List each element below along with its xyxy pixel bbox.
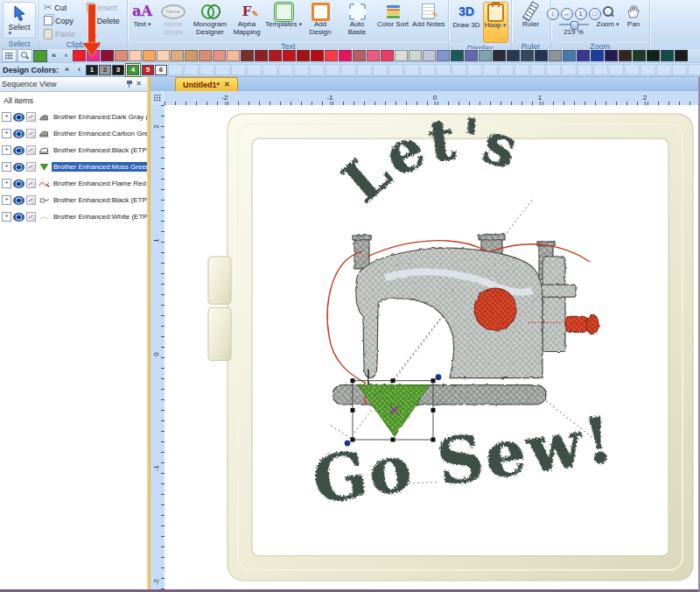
copy-button[interactable]: Copy	[42, 15, 80, 26]
palette-color-swatch[interactable]	[311, 50, 324, 61]
palette-color-swatch[interactable]	[227, 50, 240, 61]
palette-color-swatch[interactable]	[339, 50, 352, 61]
expand-icon[interactable]	[2, 145, 11, 155]
palette-color-swatch[interactable]	[157, 50, 170, 61]
palette-search-button[interactable]	[18, 49, 32, 62]
add-design-button[interactable]: Add Design	[303, 2, 338, 41]
palette-color-swatch[interactable]	[409, 50, 422, 61]
palette-color-swatch[interactable]	[255, 50, 268, 61]
palette-color-swatch[interactable]	[605, 50, 618, 61]
palette-color-swatch[interactable]	[437, 50, 450, 61]
stitch-type-icon[interactable]	[26, 212, 36, 222]
zoom-fit-width-button[interactable]: ↔	[561, 8, 573, 20]
stitch-type-icon[interactable]	[26, 112, 36, 122]
stitch-type-icon[interactable]	[26, 195, 36, 205]
design-color-slot[interactable]: 3	[112, 65, 124, 75]
palette-color-swatch[interactable]	[101, 50, 114, 61]
palette-color-swatch[interactable]	[591, 50, 604, 61]
stitch-type-icon[interactable]	[26, 129, 36, 138]
sequence-item[interactable]: Brother Enhanced:Moss Green (ETP515)	[0, 159, 147, 175]
palette-color-swatch[interactable]	[577, 50, 590, 61]
palette-color-swatch[interactable]	[451, 50, 464, 61]
design-colors-scroll-first-button[interactable]: «	[61, 64, 73, 75]
palette-scroll-left-button[interactable]: ‹	[60, 50, 72, 61]
sequence-item[interactable]: Brother Enhanced:Black (ETP900)	[0, 142, 147, 159]
ruler-button[interactable]: Ruler	[519, 2, 542, 41]
visibility-eye-icon[interactable]	[13, 113, 24, 122]
select-button[interactable]: Select	[3, 2, 36, 39]
expand-icon[interactable]	[2, 129, 11, 138]
palette-color-swatch[interactable]	[465, 50, 478, 61]
visibility-eye-icon[interactable]	[13, 196, 24, 205]
zoom-slider-thumb[interactable]	[570, 21, 578, 30]
palette-scroll-first-button[interactable]: «	[48, 50, 60, 61]
expand-icon[interactable]	[2, 162, 11, 172]
stitch-type-icon[interactable]	[26, 179, 36, 188]
zoom-slider[interactable]	[559, 21, 589, 28]
palette-color-swatch[interactable]	[479, 50, 492, 61]
text-button[interactable]: aAText	[130, 2, 154, 41]
palette-color-swatch[interactable]	[115, 50, 128, 61]
palette-color-swatch[interactable]	[297, 50, 310, 61]
visibility-eye-icon[interactable]	[13, 130, 24, 138]
tab-close-icon[interactable]: ✕	[224, 81, 230, 88]
design-canvas[interactable]: Let's Go Sew!	[164, 105, 698, 592]
palette-color-swatch[interactable]	[423, 50, 436, 61]
insert-button[interactable]: Insert	[85, 2, 124, 13]
palette-color-swatch[interactable]	[633, 50, 646, 61]
expand-icon[interactable]	[2, 195, 11, 205]
palette-color-swatch[interactable]	[563, 50, 576, 61]
expand-icon[interactable]	[2, 179, 11, 188]
sequence-item[interactable]: Brother Enhanced:Dark Gray (ETP707)	[0, 109, 147, 125]
palette-color-swatch[interactable]	[171, 50, 184, 61]
palette-color-swatch[interactable]	[549, 50, 562, 61]
sequence-item[interactable]: Brother Enhanced:White (ETP001)	[0, 208, 147, 225]
sequence-item[interactable]: Brother Enhanced:Black (ETP900)	[0, 192, 147, 208]
palette-color-swatch[interactable]	[675, 50, 688, 61]
paste-button[interactable]: Paste	[42, 28, 80, 39]
panel-splitter[interactable]	[147, 77, 150, 592]
zoom-actual-size-button[interactable]: 1	[575, 8, 587, 20]
document-tab[interactable]: Untitled1* ✕	[175, 77, 238, 91]
palette-color-swatch[interactable]	[493, 50, 506, 61]
palette-color-swatch[interactable]	[283, 50, 296, 61]
palette-color-swatch[interactable]	[129, 50, 142, 61]
pan-button[interactable]: Pan	[621, 2, 645, 41]
current-color-swatch[interactable]	[33, 50, 47, 62]
palette-color-swatch[interactable]	[241, 50, 254, 61]
sequence-item[interactable]: Brother Enhanced:Carbon Grey (ETP01155)	[0, 125, 147, 142]
design-color-slot[interactable]: 6	[155, 65, 167, 75]
sewing-machine-design[interactable]	[332, 235, 598, 405]
palette-color-swatch[interactable]	[535, 50, 548, 61]
draw-3d-button[interactable]: 3DDraw 3D	[452, 3, 480, 42]
palette-color-swatch[interactable]	[185, 50, 198, 61]
palette-color-swatch[interactable]	[381, 50, 394, 61]
palette-color-swatch[interactable]	[661, 50, 674, 61]
close-panel-button[interactable]: ✕	[132, 78, 145, 90]
name-drops-button[interactable]: NameName Drops	[156, 2, 191, 41]
palette-color-swatch[interactable]	[73, 50, 86, 61]
templates-button[interactable]: Templates	[266, 2, 301, 41]
palette-color-swatch[interactable]	[269, 50, 282, 61]
palette-color-swatch[interactable]	[521, 50, 534, 61]
expand-icon[interactable]	[2, 112, 11, 122]
palette-color-swatch[interactable]	[87, 50, 100, 61]
stitch-type-icon[interactable]	[26, 145, 36, 155]
color-sort-button[interactable]: Color Sort	[376, 2, 410, 41]
palette-color-swatch[interactable]	[367, 50, 380, 61]
zoom-button[interactable]: Zoom	[596, 2, 620, 41]
visibility-eye-icon[interactable]	[13, 213, 24, 222]
alpha-mapping-button[interactable]: F✎Alpha Mapping	[229, 2, 264, 41]
auto-baste-button[interactable]: Auto Baste	[340, 2, 374, 41]
palette-color-swatch[interactable]	[647, 50, 660, 61]
thread-chart-button[interactable]	[2, 49, 17, 62]
palette-color-swatch[interactable]	[143, 50, 156, 61]
palette-color-swatch[interactable]	[199, 50, 212, 61]
add-notes-button[interactable]: ✎Add Notes	[411, 2, 445, 41]
palette-color-swatch[interactable]	[213, 50, 226, 61]
design-color-slot[interactable]: 1	[86, 65, 98, 75]
delete-button[interactable]: ✗Delete	[85, 15, 124, 26]
cut-button[interactable]: ✂Cut	[42, 2, 80, 13]
expand-icon[interactable]	[2, 212, 11, 222]
design-color-slot[interactable]: 4	[127, 65, 139, 75]
